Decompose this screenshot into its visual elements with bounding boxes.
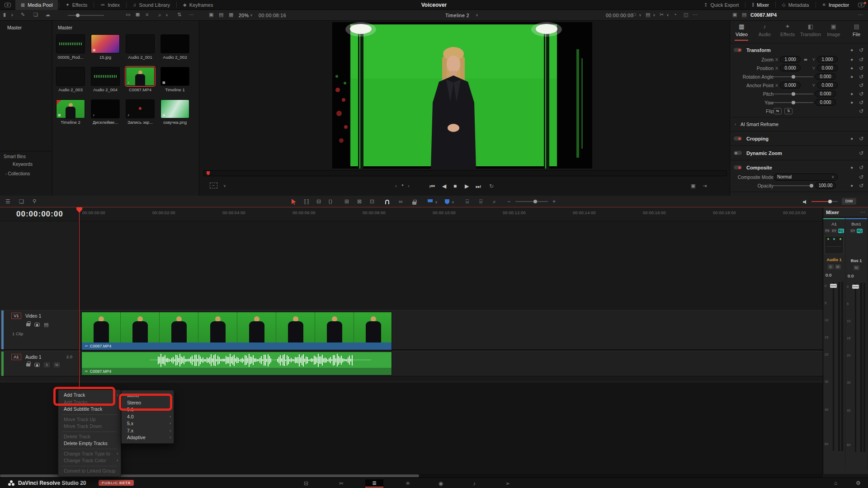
- scissors-icon[interactable]: ✂: [660, 12, 664, 18]
- viewer-marker-icon[interactable]: [207, 171, 210, 175]
- clip-relink-icon[interactable]: ✎: [21, 12, 25, 18]
- eq-graph[interactable]: [825, 236, 844, 254]
- fader-handle[interactable]: [830, 284, 837, 288]
- flag-icon[interactable]: [428, 199, 433, 206]
- stacked-timelines-icon[interactable]: ❏: [19, 198, 24, 205]
- media-item[interactable]: Audio 2_004: [88, 66, 123, 99]
- section-ai-smart-reframe[interactable]: ›AI Smart Reframe: [730, 119, 868, 129]
- chevron-down-icon[interactable]: ∨: [653, 13, 656, 17]
- page-edit[interactable]: ≣: [365, 479, 383, 488]
- cloud-import-icon[interactable]: ☁: [45, 12, 50, 18]
- fader[interactable]: 05101520304060: [823, 279, 845, 455]
- zoom-preset-icon[interactable]: ⌹: [479, 198, 482, 205]
- tab-media-pool[interactable]: ▦Media Pool: [15, 0, 58, 10]
- timeline-zoom-slider[interactable]: [515, 201, 548, 202]
- zoom-out-icon[interactable]: −: [507, 198, 510, 205]
- play-reverse-icon[interactable]: ◀: [442, 183, 446, 189]
- submenu-item-7-x[interactable]: 7.x›: [122, 427, 174, 435]
- viewer-zoom-level[interactable]: 20%: [239, 13, 249, 18]
- value-input[interactable]: 0.000: [815, 99, 836, 106]
- media-item[interactable]: Audio 2_002: [158, 33, 192, 66]
- audio-track-header[interactable]: A1 Audio 1 2.0 ◉ S M: [0, 352, 79, 376]
- menu-item-convert-to-linked-group[interactable]: Convert to Linked Group: [58, 468, 121, 475]
- jog-left-icon[interactable]: ‹: [395, 183, 397, 188]
- crop-select-icon[interactable]: ⌐: [210, 183, 217, 188]
- section-transform[interactable]: Transform◆↺: [730, 45, 868, 55]
- y-value-input[interactable]: 0.000: [817, 82, 838, 89]
- inspector-tab-image[interactable]: ▣Image: [822, 21, 845, 43]
- submenu-item-stereo[interactable]: Stereo: [122, 399, 174, 407]
- keyframe-icon[interactable]: ◆: [851, 58, 853, 61]
- inspector-tab-transition[interactable]: ◧Transition: [799, 21, 822, 43]
- page-deliver[interactable]: ➢: [499, 479, 517, 488]
- section-toggle[interactable]: [734, 165, 742, 169]
- chevron-down-icon[interactable]: ∨: [435, 200, 438, 204]
- page-cut[interactable]: ✂: [332, 479, 350, 488]
- position-lock-icon[interactable]: [412, 200, 416, 206]
- link-xy-icon[interactable]: ∞: [801, 57, 811, 62]
- workspace-toggle-button[interactable]: ∨: [0, 0, 15, 10]
- reset-icon[interactable]: ↺: [859, 164, 863, 171]
- media-item[interactable]: 00005_Rod...: [53, 33, 88, 66]
- tab-inspector[interactable]: ✕Inspector: [817, 0, 855, 10]
- section-toggle[interactable]: [734, 136, 742, 141]
- lock-icon[interactable]: [26, 323, 30, 326]
- video-track-name[interactable]: Video 1: [25, 313, 41, 319]
- media-item[interactable]: ▣озвучка.png: [158, 99, 192, 131]
- mixer-strip-bus1[interactable]: Bus1DYEQBus 1M0.005101520304060: [845, 217, 868, 470]
- page-media[interactable]: ⊟: [297, 479, 315, 488]
- menu-item-delete-track[interactable]: Delete Track: [58, 433, 121, 441]
- audio-monitor-icon[interactable]: [803, 199, 807, 206]
- slider-handle[interactable]: [792, 92, 795, 96]
- chevron-down-icon[interactable]: ∨: [165, 13, 168, 17]
- section-toggle[interactable]: [734, 48, 742, 52]
- chip-eq[interactable]: EQ: [838, 229, 844, 233]
- menu-item-change-track-type-to[interactable]: Change Track Type to›: [58, 450, 121, 458]
- overwrite-clip-icon[interactable]: ⊠: [357, 198, 362, 205]
- search-icon[interactable]: ⌕: [158, 12, 161, 18]
- match-frame-icon[interactable]: ⇥: [703, 183, 707, 189]
- reset-icon[interactable]: ↺: [859, 91, 863, 97]
- solo-button[interactable]: S: [44, 362, 50, 367]
- reset-icon[interactable]: ↺: [859, 99, 863, 106]
- list-small-icon[interactable]: ▤: [742, 12, 746, 18]
- value-input[interactable]: 0.000: [815, 73, 836, 80]
- keyframe-icon[interactable]: ◆: [851, 66, 853, 70]
- auto-select-icon[interactable]: ◉: [34, 363, 40, 367]
- section-cropping[interactable]: Cropping◆↺: [730, 133, 868, 144]
- menu-item-add-track[interactable]: Add Track›: [58, 392, 121, 399]
- voiceover-mic-icon[interactable]: ⚲: [33, 198, 36, 204]
- menu-item-delete-empty-tracks[interactable]: Delete Empty Tracks: [58, 440, 121, 447]
- value-input[interactable]: 0.000: [815, 90, 836, 97]
- gallery-icon[interactable]: ▣: [209, 12, 213, 18]
- media-panel-toggle-icon[interactable]: ▮: [3, 12, 6, 18]
- slider-handle[interactable]: [810, 184, 813, 188]
- tab-quick-export[interactable]: ↥Quick Export: [698, 0, 744, 10]
- mute-button[interactable]: M: [854, 265, 859, 270]
- reset-icon[interactable]: ↺: [859, 74, 863, 80]
- jog-right-icon[interactable]: ›: [408, 183, 410, 188]
- x-value-input[interactable]: 0.000: [780, 82, 801, 89]
- submenu-item-5-x[interactable]: 5.x›: [122, 420, 174, 427]
- menu-item-move-track-up[interactable]: Move Track Up: [58, 416, 121, 423]
- timeline-options-icon[interactable]: ☰: [5, 198, 10, 205]
- reset-icon[interactable]: ↺: [859, 65, 863, 71]
- value-slider[interactable]: [774, 101, 813, 104]
- reset-icon[interactable]: ↺: [859, 136, 863, 142]
- chip-fx[interactable]: FX: [825, 229, 830, 233]
- media-item[interactable]: Audio 2_001: [123, 33, 157, 66]
- timeline-ruler[interactable]: 00:00:00:0000:00:02:0000:00:04:0000:00:0…: [0, 207, 823, 221]
- chip-dy[interactable]: DY: [850, 229, 856, 233]
- value-slider[interactable]: [774, 184, 813, 188]
- window-mode-button[interactable]: ∨: [854, 0, 868, 10]
- media-item[interactable]: ▣15.jpg: [88, 33, 123, 66]
- chip-dy[interactable]: DY: [831, 229, 837, 233]
- chevron-down-icon[interactable]: ∨: [11, 13, 14, 17]
- reset-icon[interactable]: ↺: [859, 174, 863, 180]
- clapper-icon[interactable]: ▤: [219, 12, 223, 18]
- flip-vertical-button[interactable]: ⇅: [784, 108, 793, 114]
- value-slider[interactable]: [774, 92, 813, 96]
- dual-view-icon[interactable]: ◫: [684, 12, 688, 18]
- razor-icon[interactable]: ⊟: [316, 198, 321, 205]
- trim-edit-icon[interactable]: ⟦⟧: [304, 198, 309, 205]
